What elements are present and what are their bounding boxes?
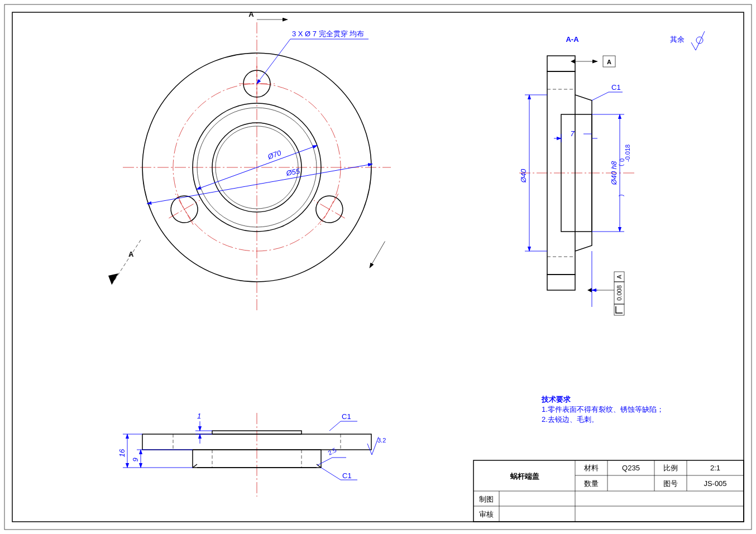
section-title: A-A: [566, 35, 579, 44]
svg-line-26: [370, 242, 385, 268]
dim-depth: 7: [570, 129, 575, 138]
dim-d55: Ø55: [285, 167, 301, 177]
svg-line-51: [592, 92, 609, 100]
qty-label: 数量: [584, 479, 599, 488]
checked-label: 审核: [479, 510, 494, 518]
svg-line-84: [321, 468, 341, 480]
svg-line-20: [169, 200, 199, 218]
title-block: 蜗杆端盖 材料 Q235 比例 2:1 数量 图号 JS-005 制图 审核: [473, 460, 744, 522]
dim-d40: Ø40: [519, 169, 528, 183]
part-name: 蜗杆端盖: [510, 472, 539, 480]
section-view: A-A A Ø40 Ø40 h8 0 -0.018 ( ): [519, 35, 637, 315]
svg-point-86: [696, 37, 703, 44]
svg-text:(: (: [618, 164, 624, 166]
rest-label: 其余: [670, 35, 685, 44]
rest-surface-symbol: 其余: [670, 31, 705, 50]
material-label: 材料: [583, 464, 599, 472]
drawn-label: 制图: [479, 495, 494, 503]
svg-line-27: [112, 240, 141, 285]
tol-lower: -0.018: [624, 145, 631, 162]
dim-16: 16: [118, 449, 126, 457]
notes-line1: 1.零件表面不得有裂纹、锈蚀等缺陷；: [542, 405, 664, 413]
technical-notes: 技术要求 1.零件表面不得有裂纹、锈蚀等缺陷； 2.去锐边、毛刺。: [541, 395, 664, 424]
svg-line-17: [314, 200, 344, 218]
svg-line-64: [193, 464, 197, 468]
datum-label: A: [607, 59, 611, 65]
scale-value: 2:1: [710, 464, 720, 472]
material-value: Q235: [622, 464, 640, 472]
dim-d70: Ø70: [266, 148, 283, 161]
dim-9: 9: [131, 458, 140, 461]
svg-rect-30: [547, 56, 575, 71]
chamfer-2-5: 2.5: [327, 446, 337, 456]
gdt-value: 0.008: [616, 285, 623, 301]
surf-3-2: 3.2: [377, 437, 386, 444]
dim-d40h8: Ø40 h8: [610, 161, 618, 185]
svg-marker-54: [587, 288, 592, 292]
border-outer: [4, 4, 752, 530]
svg-line-82: [317, 458, 332, 465]
chamfer-br: C1: [342, 472, 352, 480]
scale-label: 比例: [663, 464, 678, 472]
hole-callout: 3 X Ø 7 完全贯穿 均布: [292, 30, 364, 38]
gdt-ref: A: [616, 275, 623, 279]
svg-rect-31: [547, 275, 575, 290]
dwgno-label: 图号: [663, 479, 678, 488]
svg-line-80: [329, 421, 341, 431]
bottom-view: 1 16 9 C1 3.2 2.5 C1: [118, 412, 386, 497]
chamfer-tr: C1: [342, 412, 351, 421]
dwgno-value: JS-005: [704, 479, 726, 488]
border-inner: [12, 12, 744, 522]
front-view: 3 X Ø 7 完全贯穿 均布 Ø70 Ø55 A A: [108, 10, 391, 312]
section-letter-a-top: A: [248, 10, 254, 18]
svg-line-24: [147, 164, 372, 204]
svg-marker-28: [108, 273, 118, 285]
svg-text:): ): [618, 194, 624, 196]
notes-title: 技术要求: [541, 395, 571, 403]
notes-line2: 2.去锐边、毛刺。: [542, 415, 599, 424]
drawing-sheet: 3 X Ø 7 完全贯穿 均布 Ø70 Ø55 A A A-A: [0, 0, 756, 534]
svg-marker-38: [571, 59, 575, 64]
chamfer-c1: C1: [611, 83, 621, 92]
dim-step: 1: [197, 412, 201, 420]
svg-line-21: [257, 39, 290, 84]
